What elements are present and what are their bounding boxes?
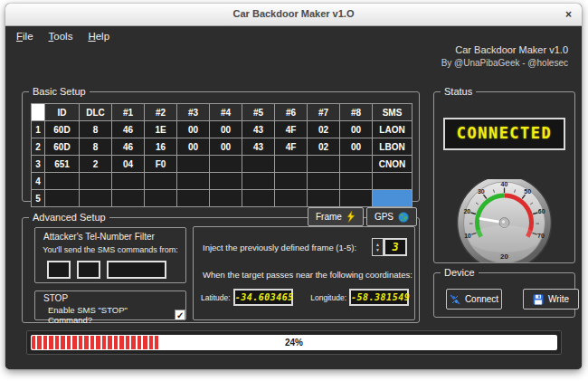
cell-r4-c1[interactable]: [45, 173, 80, 190]
cell-r4-c4[interactable]: [145, 173, 177, 190]
cell-r3-c8[interactable]: [275, 156, 308, 173]
menu-item-help[interactable]: Help: [88, 31, 109, 42]
inject-label: Inject the previously defined frame (1-5…: [203, 243, 356, 252]
cell-r1-c6[interactable]: 00: [210, 121, 242, 138]
cell-r5-c8[interactable]: [275, 190, 308, 207]
cell-r5-c10[interactable]: [340, 190, 373, 207]
cell-r4-c11[interactable]: [373, 173, 413, 190]
tel-input-area[interactable]: [77, 261, 100, 279]
cell-r4-c6[interactable]: [210, 173, 242, 190]
cell-r4-c8[interactable]: [275, 173, 308, 190]
tab-frame[interactable]: Frame: [308, 207, 364, 226]
cell-r1-c1[interactable]: 60D: [45, 121, 80, 138]
close-icon[interactable]: ×: [565, 8, 572, 21]
cell-r4-c3[interactable]: [112, 173, 145, 190]
column-header-DLC: DLC: [80, 104, 112, 121]
gauge-tick-label: 40: [501, 181, 508, 187]
cell-r5-c2[interactable]: [80, 190, 112, 207]
client-area: FileToolsHelp Car Backdoor Maker v1.0 By…: [5, 26, 582, 369]
app-header: Car Backdoor Maker v1.0 By @UnaPibaGeek …: [441, 44, 568, 68]
cell-r5-c11[interactable]: [373, 190, 413, 207]
cell-r3-c2[interactable]: 2: [80, 156, 112, 173]
cell-r4-c5[interactable]: [177, 173, 210, 190]
gauge-tick-label: 30: [478, 188, 485, 195]
frame-spinner-buttons[interactable]: ▲ ▼: [372, 238, 384, 256]
cell-r1-c7[interactable]: 43: [242, 121, 275, 138]
cell-r1-c11[interactable]: LAON: [373, 121, 413, 138]
cell-r1-c4[interactable]: 1E: [145, 121, 177, 138]
cell-r3-c5[interactable]: [177, 156, 210, 173]
cell-r2-c10[interactable]: 00: [340, 138, 373, 156]
frame-value-display[interactable]: 3: [384, 238, 407, 256]
column-header-b8: #8: [340, 104, 373, 121]
cell-r5-c5[interactable]: [177, 190, 210, 207]
cell-r3-c11[interactable]: CNON: [373, 156, 413, 173]
latitude-display[interactable]: -34.603465: [233, 289, 293, 306]
app-window: Car Backdoor Maker v1.O × FileToolsHelp …: [5, 4, 582, 369]
cell-r2-c2[interactable]: 8: [80, 138, 112, 156]
globe-icon: [398, 212, 409, 223]
table-row: 5: [32, 190, 413, 207]
app-title: Car Backdoor Maker v1.0: [441, 44, 568, 55]
longitude-display[interactable]: -58.381549: [349, 289, 409, 306]
basic-setup-title: Basic Setup: [29, 86, 90, 97]
gauge: 20 10203040506070: [443, 179, 565, 262]
cell-r5-c4[interactable]: [145, 190, 177, 207]
menu-item-file[interactable]: File: [16, 31, 33, 42]
connect-button[interactable]: Connect: [446, 289, 502, 310]
spinner-down-icon[interactable]: ▼: [375, 248, 380, 252]
menu-item-tools[interactable]: Tools: [49, 31, 73, 42]
cell-r3-c9[interactable]: [308, 156, 340, 173]
status-title: Status: [441, 86, 476, 97]
cell-r2-c5[interactable]: 00: [177, 138, 210, 156]
cell-r3-c6[interactable]: [210, 156, 242, 173]
cell-r3-c1[interactable]: 651: [45, 156, 80, 173]
cell-r5-c9[interactable]: [308, 190, 340, 207]
app-byline: By @UnaPibaGeek - @holesec: [441, 58, 568, 68]
cell-r4-c10[interactable]: [340, 173, 373, 190]
window-title: Car Backdoor Maker v1.O: [5, 8, 582, 19]
cell-r2-c7[interactable]: 43: [242, 138, 275, 156]
cell-r1-c10[interactable]: 00: [340, 121, 373, 138]
cell-r3-c10[interactable]: [340, 156, 373, 173]
cell-r5-c1[interactable]: [45, 190, 80, 207]
cell-r2-c8[interactable]: 4F: [275, 138, 308, 156]
column-header-b1: #1: [112, 104, 145, 121]
cell-r3-c3[interactable]: 04: [112, 156, 145, 173]
coords-label: When the target passes near the followin…: [203, 270, 413, 280]
cell-r5-c6[interactable]: [210, 190, 242, 207]
cell-r4-c2[interactable]: [80, 173, 112, 190]
cell-r4-c7[interactable]: [242, 173, 275, 190]
menu-bar: FileToolsHelp: [16, 31, 125, 42]
tel-input-country[interactable]: [47, 261, 71, 279]
cell-r1-c2[interactable]: 8: [80, 121, 112, 138]
cell-r2-c11[interactable]: LBON: [373, 138, 413, 156]
cell-r1-c9[interactable]: 02: [308, 121, 340, 138]
cell-r2-c9[interactable]: 02: [308, 138, 340, 156]
tel-filter-group: Attacker's Tel-Number Filter You'll send…: [34, 227, 186, 283]
cell-r4-c9[interactable]: [308, 173, 340, 190]
title-bar[interactable]: Car Backdoor Maker v1.O ×: [5, 4, 582, 26]
write-button[interactable]: Write: [523, 289, 579, 310]
save-icon: [533, 294, 544, 305]
cell-r2-c3[interactable]: 46: [112, 138, 145, 156]
cell-r2-c4[interactable]: 16: [145, 138, 177, 156]
cell-r5-c3[interactable]: [112, 190, 145, 207]
cell-r2-c1[interactable]: 60D: [45, 138, 80, 156]
column-header-b3: #3: [177, 104, 210, 121]
stop-row: Enable SMS "STOP" Command? ✓: [48, 305, 185, 325]
cell-r5-c7[interactable]: [242, 190, 275, 207]
status-group: Status CONNECTED 20 10203040506070: [433, 91, 575, 263]
table-row: 3651204F0CNON: [32, 156, 413, 173]
tab-gps[interactable]: GPS: [366, 207, 417, 226]
tel-input-number[interactable]: [107, 261, 166, 279]
cell-r1-c5[interactable]: 00: [177, 121, 210, 138]
column-header-b7: #7: [308, 104, 340, 121]
cell-r2-c6[interactable]: 00: [210, 138, 242, 156]
cell-r3-c7[interactable]: [242, 156, 275, 173]
cell-r1-c8[interactable]: 4F: [275, 121, 308, 138]
cell-r3-c4[interactable]: F0: [145, 156, 177, 173]
cell-r1-c3[interactable]: 46: [112, 121, 145, 138]
spinner-up-icon[interactable]: ▲: [375, 243, 380, 247]
stop-checkbox[interactable]: ✓: [175, 310, 185, 320]
